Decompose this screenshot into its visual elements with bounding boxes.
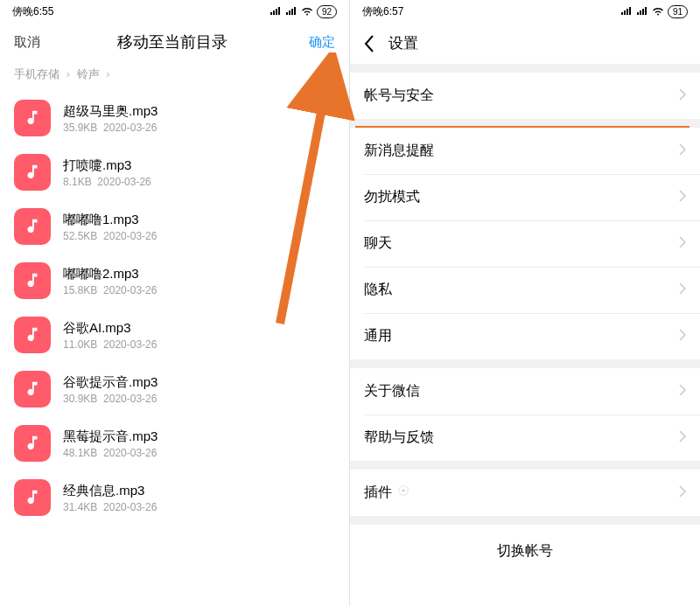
- settings-item[interactable]: 聊天: [350, 220, 700, 267]
- chevron-right-icon: [679, 236, 686, 252]
- settings-group: 关于微信 帮助与反馈: [350, 368, 700, 461]
- settings-item[interactable]: 勿扰模式: [350, 174, 700, 220]
- file-sub: 15.8KB 2020-03-26: [63, 284, 157, 296]
- chevron-right-icon: [679, 384, 686, 400]
- file-item[interactable]: 经典信息.mp3 31.4KB 2020-03-26: [0, 470, 349, 525]
- signal-icon: [270, 7, 282, 16]
- file-meta: 嘟嘟噜2.mp3 15.8KB 2020-03-26: [63, 266, 157, 296]
- settings-item[interactable]: 帐号与安全: [350, 73, 700, 119]
- settings-label: 勿扰模式: [364, 188, 679, 206]
- page-title: 设置: [388, 33, 418, 53]
- file-meta: 经典信息.mp3 31.4KB 2020-03-26: [63, 483, 157, 513]
- file-sub: 31.4KB 2020-03-26: [63, 501, 157, 513]
- file-item[interactable]: 嘟嘟噜1.mp3 52.5KB 2020-03-26: [0, 199, 349, 254]
- settings-label: 通用: [364, 327, 679, 345]
- music-icon: [14, 154, 51, 191]
- music-icon: [14, 262, 51, 299]
- file-name: 打喷嚏.mp3: [63, 157, 151, 174]
- chevron-right-icon: [679, 430, 686, 446]
- settings-header: 设置: [350, 23, 700, 64]
- file-item[interactable]: 谷歌提示音.mp3 30.9KB 2020-03-26: [0, 362, 349, 416]
- settings-group: 帐号与安全: [350, 73, 700, 119]
- settings-item[interactable]: 通用: [350, 313, 700, 359]
- wifi-icon: [301, 7, 313, 16]
- status-right: 91: [620, 5, 688, 18]
- file-name: 经典信息.mp3: [63, 483, 157, 499]
- file-name: 嘟嘟噜2.mp3: [63, 266, 157, 282]
- signal-icon-2: [636, 7, 648, 16]
- signal-icon-2: [285, 7, 298, 16]
- settings-item[interactable]: 插件: [350, 470, 700, 516]
- music-icon: [14, 100, 51, 136]
- wifi-icon: [652, 7, 664, 16]
- settings-label: 插件: [364, 484, 679, 502]
- file-meta: 嘟嘟噜1.mp3 52.5KB 2020-03-26: [63, 212, 157, 242]
- status-right: 92: [270, 5, 337, 18]
- battery-indicator: 91: [668, 5, 688, 18]
- breadcrumb-part[interactable]: 手机存储: [14, 67, 60, 80]
- settings-label: 聊天: [364, 234, 679, 253]
- file-sub: 8.1KB 2020-03-26: [63, 176, 151, 188]
- settings-group: 插件: [350, 470, 700, 516]
- confirm-button[interactable]: 确定: [309, 34, 335, 51]
- music-icon: [14, 317, 51, 353]
- phone-right: 傍晚6:57 91 设置 帐号与安全 新消息提醒: [350, 0, 700, 606]
- file-meta: 超级马里奥.mp3 35.9KB 2020-03-26: [63, 103, 158, 134]
- file-sub: 35.9KB 2020-03-26: [63, 122, 158, 134]
- file-meta: 黑莓提示音.mp3 48.1KB 2020-03-26: [63, 428, 158, 459]
- file-list[interactable]: 超级马里奥.mp3 35.9KB 2020-03-26 打喷嚏.mp3 8.1K…: [0, 91, 349, 525]
- file-item[interactable]: 超级马里奥.mp3 35.9KB 2020-03-26: [0, 91, 349, 145]
- music-icon: [14, 208, 51, 245]
- settings-label: 新消息提醒: [364, 142, 679, 160]
- settings-item[interactable]: 隐私: [350, 267, 700, 313]
- file-name: 谷歌提示音.mp3: [63, 374, 158, 391]
- svg-point-1: [402, 490, 404, 491]
- music-icon: [14, 425, 51, 462]
- signal-icon: [620, 7, 633, 16]
- file-meta: 打喷嚏.mp3 8.1KB 2020-03-26: [63, 157, 151, 188]
- settings-item[interactable]: 新消息提醒: [350, 128, 700, 174]
- chevron-right-icon: [679, 282, 686, 298]
- file-item[interactable]: 嘟嘟噜2.mp3 15.8KB 2020-03-26: [0, 254, 349, 308]
- chevron-right-icon: [679, 143, 686, 159]
- settings-group: 新消息提醒 勿扰模式 聊天 隐私 通用: [350, 128, 700, 359]
- status-time: 傍晚6:57: [362, 4, 403, 19]
- battery-indicator: 92: [317, 5, 337, 18]
- chevron-right-icon: [679, 485, 686, 501]
- breadcrumb[interactable]: 手机存储 › 铃声 ›: [0, 63, 349, 91]
- settings-label: 帮助与反馈: [364, 428, 679, 447]
- file-item[interactable]: 打喷嚏.mp3 8.1KB 2020-03-26: [0, 145, 349, 199]
- file-picker-header: 取消 移动至当前目录 确定: [0, 23, 349, 63]
- chevron-right-icon: [679, 190, 686, 205]
- back-icon[interactable]: [364, 35, 382, 52]
- chevron-right-icon: ›: [106, 67, 109, 80]
- chevron-right-icon: ›: [66, 67, 70, 80]
- status-bar: 傍晚6:57 91: [350, 0, 700, 23]
- file-item[interactable]: 谷歌AI.mp3 11.0KB 2020-03-26: [0, 308, 349, 362]
- file-meta: 谷歌AI.mp3 11.0KB 2020-03-26: [63, 320, 157, 351]
- status-time: 傍晚6:55: [12, 4, 53, 19]
- music-icon: [14, 479, 51, 516]
- file-sub: 11.0KB 2020-03-26: [63, 338, 157, 351]
- chevron-right-icon: [679, 329, 686, 345]
- status-bar: 傍晚6:55 92: [0, 0, 349, 23]
- file-item[interactable]: 黑莓提示音.mp3 48.1KB 2020-03-26: [0, 416, 349, 470]
- settings-label: 关于微信: [364, 382, 679, 401]
- settings-item[interactable]: 帮助与反馈: [350, 414, 700, 461]
- music-icon: [14, 371, 51, 407]
- file-name: 嘟嘟噜1.mp3: [63, 212, 157, 228]
- settings-label: 隐私: [364, 281, 679, 299]
- chevron-right-icon: [679, 88, 686, 104]
- file-name: 超级马里奥.mp3: [63, 103, 158, 120]
- switch-account-button[interactable]: 切换帐号: [350, 525, 700, 578]
- breadcrumb-part[interactable]: 铃声: [77, 67, 100, 80]
- file-sub: 30.9KB 2020-03-26: [63, 393, 158, 405]
- plugin-badge-icon: [397, 484, 410, 497]
- file-meta: 谷歌提示音.mp3 30.9KB 2020-03-26: [63, 374, 158, 405]
- phone-left: 傍晚6:55 92 取消 移动至当前目录 确定 手机存储 › 铃声 › 超级: [0, 0, 350, 606]
- file-name: 谷歌AI.mp3: [63, 320, 157, 337]
- settings-item[interactable]: 关于微信: [350, 368, 700, 414]
- file-sub: 48.1KB 2020-03-26: [63, 447, 158, 459]
- file-name: 黑莓提示音.mp3: [63, 428, 158, 445]
- settings-label: 帐号与安全: [364, 87, 679, 105]
